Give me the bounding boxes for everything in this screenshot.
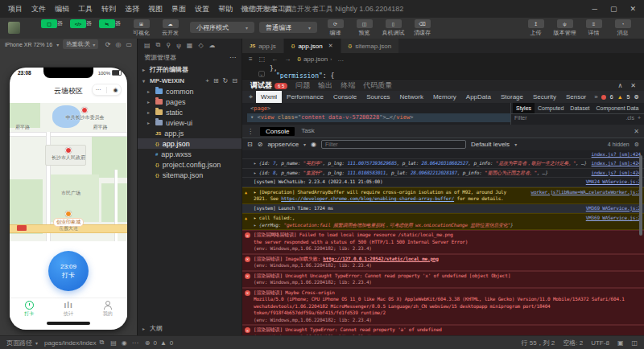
devtools-tab[interactable]: Wxml bbox=[256, 91, 282, 103]
toolbar-button[interactable]: ◔消息 bbox=[609, 18, 636, 37]
toolbar-button[interactable]: ◫预览 bbox=[351, 18, 378, 37]
device-selector[interactable]: iPhone XR 72% 16 bbox=[5, 42, 52, 47]
back-icon[interactable]: ← bbox=[271, 55, 278, 63]
simulator-icon[interactable]: ▭ bbox=[126, 41, 132, 48]
statusbar-icon[interactable]: ▤ bbox=[110, 339, 117, 347]
log-levels-dropdown[interactable]: Default levels bbox=[471, 141, 510, 148]
search-icon[interactable]: ⚲ bbox=[166, 42, 171, 49]
console-row[interactable]: ✕[渲染层网络层错误] Failed to load local image r… bbox=[242, 230, 644, 254]
styles-tab[interactable]: Component Data bbox=[592, 103, 642, 113]
code-editor[interactable]: ⌄ ▲ },"permission": { bbox=[242, 64, 644, 80]
wxml-tree[interactable]: <page> ▾ <view class="content data-v-572… bbox=[242, 103, 510, 125]
toolbar-button[interactable]: ▯真机调试 bbox=[380, 18, 407, 37]
phone-tab-clock[interactable]: 打卡 bbox=[10, 298, 49, 319]
devtools-tab[interactable]: Sensor bbox=[561, 91, 591, 103]
minimize-icon[interactable]: ─ bbox=[592, 5, 597, 13]
console-scrollbar[interactable] bbox=[639, 155, 642, 236]
error-dot-icon[interactable] bbox=[601, 95, 606, 100]
menubar-item[interactable]: 选择 bbox=[125, 4, 139, 14]
menubar-item[interactable]: 编辑 bbox=[55, 4, 69, 14]
project-section[interactable]: ▾ MP-WEIXIN +⊞↻⊟ bbox=[138, 76, 242, 86]
console-row[interactable]: ▸ {id: 8, p_name: "集贤轩", p_lng: 111.0108… bbox=[242, 169, 644, 179]
wxml-node-selected[interactable]: ▾ <view class="content data-v-57280228">… bbox=[247, 113, 510, 122]
menubar-item[interactable]: 界面 bbox=[171, 4, 186, 14]
home-circle-icon[interactable]: ◉ bbox=[113, 87, 118, 93]
files-icon[interactable]: ⧉ bbox=[156, 41, 161, 49]
simulator-icon[interactable]: ⟳ bbox=[105, 41, 111, 48]
panel-tab[interactable]: 输出 bbox=[318, 80, 332, 91]
map-view[interactable]: 中共长沙市委员会府平路府平路长沙市人民政府市民广场创业印象城岳麓大道 bbox=[10, 103, 127, 241]
console-row[interactable]: index.js? [sm]:424 bbox=[242, 150, 644, 159]
file-item[interactable]: {}project.config.json bbox=[138, 159, 242, 170]
breadcrumb[interactable]: {} app.json › … bbox=[297, 55, 344, 63]
close-icon[interactable]: ✕ bbox=[328, 43, 333, 49]
context-selector[interactable]: appservice bbox=[267, 141, 299, 148]
tabs-overflow-icon[interactable]: » bbox=[591, 93, 601, 101]
file-item[interactable]: ▸static bbox=[138, 107, 242, 117]
console-row[interactable]: ✕[渲染层错误] Image加载失败: http://127.0.0.1:205… bbox=[242, 254, 644, 271]
devtools-tab[interactable]: Network bbox=[395, 91, 428, 103]
devtools-tab[interactable]: Memory bbox=[428, 91, 461, 103]
console-row[interactable]: ▸ {id: 7, p_name: "英烈亭", p_lng: 111.0075… bbox=[242, 159, 644, 169]
file-item[interactable]: {}sitemap.json bbox=[138, 170, 242, 180]
editor-tab[interactable]: {}app.json✕ bbox=[284, 39, 341, 53]
gear-icon[interactable]: ⚙ bbox=[634, 142, 639, 148]
toolbar-button[interactable]: ⟳编译 bbox=[322, 18, 349, 37]
console-row[interactable]: ✕[渲染层错误] Maybe Cross-originMozilla/5.0 (… bbox=[242, 288, 644, 326]
console-source-link[interactable]: worker.js?libName=WA…celerateWorker.js:1 bbox=[526, 189, 642, 195]
styles-filter-label[interactable]: Filter bbox=[514, 115, 527, 121]
menubar-item[interactable]: 项目 bbox=[8, 4, 23, 14]
menubar-item[interactable]: 帮助 bbox=[218, 4, 233, 14]
capsule-menu[interactable]: ⋯ ◉ bbox=[92, 84, 122, 96]
styles-tab[interactable]: Computed bbox=[535, 103, 567, 113]
close-icon[interactable]: ✕ bbox=[634, 128, 639, 135]
eye-icon[interactable]: ◉ bbox=[311, 141, 316, 148]
toolbar-button[interactable]: ☁云开发 bbox=[157, 18, 184, 37]
file-item[interactable]: ▸uview-ui bbox=[138, 117, 242, 128]
file-item[interactable]: ▸pages bbox=[138, 96, 242, 107]
project-action-icon[interactable]: ⊞ bbox=[213, 77, 219, 84]
outline-section[interactable]: ▸ 大纲 bbox=[138, 322, 242, 335]
maximize-icon[interactable]: ▢ bbox=[610, 5, 617, 13]
styles-tab[interactable]: Styles bbox=[513, 103, 535, 113]
toolbar-button[interactable]: ▢模拟器 bbox=[41, 18, 68, 37]
more-icon[interactable]: ⋯ bbox=[95, 87, 101, 93]
inspect-element-icon[interactable]: ⌖ bbox=[249, 92, 253, 101]
devtools-tab[interactable]: Storage bbox=[496, 91, 528, 103]
file-item[interactable]: JSapp.js bbox=[138, 128, 242, 138]
console-filter-input[interactable] bbox=[321, 140, 466, 149]
panel-tab[interactable]: 调试器6 5 bbox=[250, 80, 287, 91]
cloud-icon[interactable]: ☁ bbox=[209, 42, 216, 49]
devtools-tab[interactable]: Security bbox=[528, 91, 561, 103]
add-style-icon[interactable]: + bbox=[638, 115, 641, 121]
fold-icon[interactable]: ⌄ bbox=[258, 71, 265, 77]
editor-tab[interactable]: {}sitemap.json bbox=[341, 39, 400, 53]
devtools-tab[interactable]: Sources bbox=[361, 91, 394, 103]
statusbar-icon[interactable]: ▣ bbox=[617, 339, 624, 347]
project-action-icon[interactable]: ↻ bbox=[223, 77, 229, 84]
file-item[interactable]: ▸common bbox=[138, 86, 242, 96]
console-sidebar-icon[interactable]: ⊡ bbox=[247, 141, 253, 148]
phone-tab-stats[interactable]: ılı统计 bbox=[49, 298, 89, 319]
clear-console-icon[interactable]: ⊘ bbox=[258, 141, 263, 148]
panel-tab[interactable]: 终端 bbox=[341, 80, 355, 91]
statusbar-icon[interactable]: ◉ bbox=[122, 339, 127, 347]
hidden-count[interactable]: 4 hidden bbox=[608, 142, 630, 147]
copy-icon[interactable]: ⧉ bbox=[100, 339, 105, 347]
toolbar-button[interactable]: ⌫清缓存 bbox=[409, 18, 436, 37]
editor-tab[interactable]: JSapp.js bbox=[242, 39, 284, 53]
file-item[interactable]: #app.wxss bbox=[138, 149, 242, 159]
console-row[interactable]: ▲▸ [Deprecation] SharedArrayBuffer will … bbox=[242, 187, 644, 204]
problems-indicator[interactable]: ⊗ 0 ▲ 0 bbox=[145, 339, 174, 347]
open-editors-section[interactable]: ▸ 打开的编辑器 bbox=[138, 64, 242, 76]
project-action-icon[interactable]: ⊟ bbox=[232, 77, 237, 84]
statusbar-icon[interactable]: ⋯ bbox=[132, 339, 138, 347]
warning-triangle-icon[interactable]: ▲ bbox=[617, 94, 623, 100]
drag-handle-icon[interactable]: ⋮ bbox=[247, 128, 254, 135]
console-source-link[interactable]: index.js? [sm]:424 bbox=[587, 151, 641, 157]
close-icon[interactable]: ✕ bbox=[630, 82, 636, 89]
grid-icon[interactable]: ▦ bbox=[187, 42, 193, 49]
project-action-icon[interactable]: + bbox=[205, 77, 209, 84]
devtools-tab[interactable]: AppData bbox=[461, 91, 496, 103]
menu-icon[interactable]: ≡ bbox=[249, 55, 253, 63]
